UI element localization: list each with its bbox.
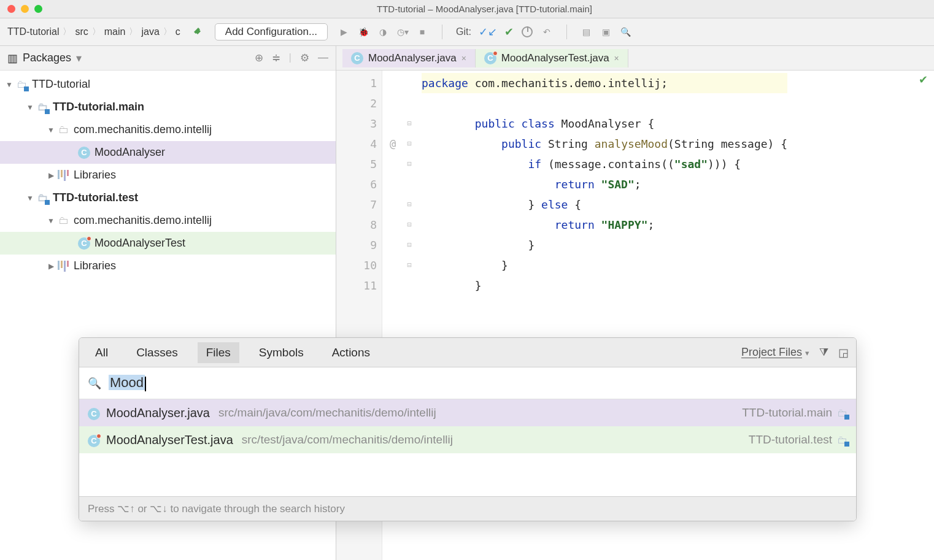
expand-all-icon[interactable]: ≑ xyxy=(272,52,280,64)
profile-icon[interactable]: ◷▾ xyxy=(396,26,409,38)
search-icon: 🔍 xyxy=(88,377,101,390)
toolbar-divider xyxy=(442,25,442,39)
tree-twisty[interactable]: ▼ xyxy=(25,103,36,112)
tree-twisty[interactable]: ▼ xyxy=(45,126,56,134)
title-bar: TTD-tutorial – MoodAnalyser.java [TTD-tu… xyxy=(0,0,934,18)
popup-tab-actions[interactable]: Actions xyxy=(323,342,379,363)
fold-marker[interactable]: ⊟ xyxy=(403,255,415,275)
tree-item[interactable]: ▼🗀com.mechanitis.demo.intellij xyxy=(0,118,336,141)
tree-item[interactable]: ▼🗀TTD-tutorial xyxy=(0,73,336,96)
git-update-icon[interactable]: ✓↙ xyxy=(479,25,497,39)
lib-icon xyxy=(56,170,70,181)
tree-item-label: Libraries xyxy=(74,169,116,182)
gear-icon[interactable]: ⚙ xyxy=(300,52,309,64)
module-icon: 🗀 xyxy=(36,101,49,113)
popup-tab-symbols[interactable]: Symbols xyxy=(250,342,312,363)
fold-marker[interactable]: ⊟ xyxy=(403,113,415,134)
fold-marker[interactable]: ⊟ xyxy=(403,154,415,174)
popup-footer: Press ⌥↑ or ⌥↓ to navigate through the s… xyxy=(79,496,856,521)
popup-tab-bar: AllClassesFilesSymbolsActions Project Fi… xyxy=(79,338,856,367)
gutter-annotation xyxy=(382,275,403,296)
search-result-row[interactable]: CMoodAnalyserTest.javasrc/test/java/com/… xyxy=(79,426,856,453)
fold-marker[interactable] xyxy=(403,174,415,194)
fold-marker[interactable]: ⊟ xyxy=(403,194,415,215)
breadcrumb[interactable]: TTD-tutorial〉 src〉 main〉 java〉 c xyxy=(6,26,182,37)
search-result-row[interactable]: CMoodAnalyser.javasrc/main/java/com/mech… xyxy=(79,399,856,426)
coverage-icon[interactable]: ◑ xyxy=(377,26,389,38)
gutter-annotation xyxy=(382,154,403,174)
folder-icon: 🗀 xyxy=(56,124,70,136)
fold-marker[interactable]: ⊟ xyxy=(403,235,415,255)
tree-item[interactable]: ▼🗀TTD-tutorial.main xyxy=(0,96,336,118)
line-number: 7 xyxy=(336,194,377,215)
tree-twisty[interactable]: ▼ xyxy=(25,194,36,202)
result-module: TTD-tutorial.main xyxy=(742,406,832,420)
pin-icon[interactable]: ◲ xyxy=(838,346,849,359)
chevron-down-icon: ▾ xyxy=(805,348,809,358)
tree-item[interactable]: ▶Libraries xyxy=(0,164,336,186)
build-icon[interactable] xyxy=(191,25,205,39)
close-tab-icon[interactable]: × xyxy=(461,53,466,63)
tree-item-label: MoodAnalyserTest xyxy=(95,237,185,250)
run-anything-icon[interactable]: ▣ xyxy=(600,26,612,38)
search-input[interactable]: Mood xyxy=(109,375,847,391)
stop-icon[interactable]: ■ xyxy=(416,26,428,38)
debug-icon[interactable]: 🐞 xyxy=(357,26,369,38)
breadcrumb-item[interactable]: c xyxy=(176,26,180,37)
fold-marker[interactable]: ⊟ xyxy=(403,215,415,235)
search-everywhere-icon[interactable]: 🔍 xyxy=(620,26,632,38)
toolbar-divider xyxy=(566,25,567,39)
tree-item-label: TTD-tutorial.test xyxy=(53,191,138,204)
tree-twisty[interactable]: ▼ xyxy=(4,80,15,89)
close-tab-icon[interactable]: × xyxy=(614,53,619,63)
git-label: Git: xyxy=(456,26,471,37)
class-icon: C xyxy=(88,405,100,420)
tree-item[interactable]: ▶Libraries xyxy=(0,255,336,277)
fold-marker[interactable] xyxy=(403,73,415,93)
breadcrumb-item[interactable]: main xyxy=(104,26,126,37)
add-configuration-button[interactable]: Add Configuration... xyxy=(215,23,328,40)
git-revert-icon[interactable]: ↶ xyxy=(541,26,553,38)
tree-item[interactable]: CMoodAnalyser xyxy=(0,141,336,164)
class-test-icon: C xyxy=(77,237,91,250)
project-structure-icon[interactable]: ▤ xyxy=(581,26,593,38)
editor-tab[interactable]: CMoodAnalyser.java× xyxy=(342,49,476,67)
module-icon: 🗀 xyxy=(837,406,847,420)
tree-twisty[interactable]: ▶ xyxy=(45,262,56,270)
gutter-annotation xyxy=(382,113,403,134)
breadcrumb-item[interactable]: src xyxy=(75,26,88,37)
fold-marker[interactable] xyxy=(403,275,415,296)
tree-item[interactable]: ▼🗀TTD-tutorial.test xyxy=(0,186,336,209)
project-tree[interactable]: ▼🗀TTD-tutorial▼🗀TTD-tutorial.main▼🗀com.m… xyxy=(0,71,336,280)
tree-item[interactable]: CMoodAnalyserTest xyxy=(0,232,336,255)
line-number: 9 xyxy=(336,235,377,255)
tree-item[interactable]: ▼🗀com.mechanitis.demo.intellij xyxy=(0,209,336,232)
filter-icon[interactable]: ⧩ xyxy=(819,346,828,359)
window-title: TTD-tutorial – MoodAnalyser.java [TTD-tu… xyxy=(42,4,927,14)
locate-icon[interactable]: ⊕ xyxy=(255,52,263,64)
editor-tab[interactable]: CMoodAnalyserTest.java× xyxy=(476,49,628,67)
folder-icon: ▥ xyxy=(7,52,18,65)
fold-marker[interactable]: ⊟ xyxy=(403,134,415,154)
popup-tab-all[interactable]: All xyxy=(87,342,117,363)
git-history-icon[interactable] xyxy=(521,26,533,38)
popup-tab-classes[interactable]: Classes xyxy=(128,342,187,363)
scope-selector[interactable]: Project Files ▾ xyxy=(741,346,809,359)
maximize-window-button[interactable] xyxy=(34,5,42,13)
gutter-annotation xyxy=(382,73,403,93)
tree-twisty[interactable]: ▼ xyxy=(45,217,56,225)
tree-twisty[interactable]: ▶ xyxy=(45,171,56,180)
project-view-title[interactable]: Packages xyxy=(23,52,71,64)
close-window-button[interactable] xyxy=(7,5,15,13)
hide-icon[interactable]: — xyxy=(318,52,328,64)
chevron-down-icon[interactable]: ▾ xyxy=(76,52,82,65)
breadcrumb-item[interactable]: TTD-tutorial xyxy=(7,26,59,37)
module-icon: 🗀 xyxy=(15,79,28,91)
run-icon[interactable]: ▶ xyxy=(338,26,350,38)
minimize-window-button[interactable] xyxy=(21,5,29,13)
popup-tab-files[interactable]: Files xyxy=(198,342,239,363)
fold-marker[interactable] xyxy=(403,93,415,113)
gutter-annotation xyxy=(382,194,403,215)
breadcrumb-item[interactable]: java xyxy=(141,26,159,37)
git-commit-icon[interactable]: ✔ xyxy=(504,25,514,39)
